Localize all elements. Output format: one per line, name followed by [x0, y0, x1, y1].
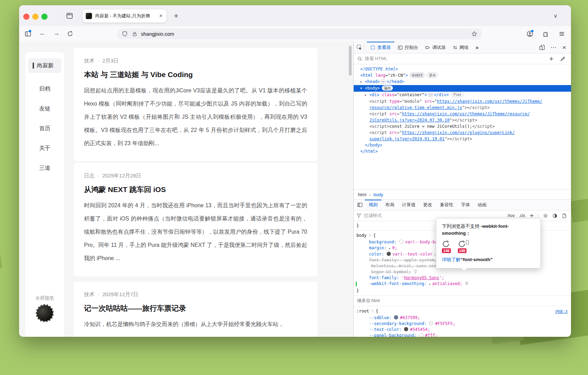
- sidebar-item-4[interactable]: 三道: [25, 165, 64, 172]
- node-badge[interactable]: event: [410, 73, 425, 78]
- resource-link[interactable]: https://shangjixin.com/usr/themes/JiThem…: [437, 99, 542, 104]
- devtools-tab-3[interactable]: 网络: [449, 42, 472, 53]
- sidebar-panel-toggle-icon[interactable]: [357, 202, 363, 208]
- learn-more-link[interactable]: 详细了解: [442, 257, 461, 262]
- breadcrumb-body[interactable]: body: [373, 192, 383, 197]
- devtools-menu-icon[interactable]: ⋯: [551, 44, 557, 51]
- color-swatch[interactable]: [419, 333, 423, 337]
- window-minimize-button[interactable]: [32, 14, 39, 20]
- markup-line[interactable]: ▶<head>⋯</head>: [354, 78, 571, 85]
- pseudo-class-button[interactable]: :hov: [507, 213, 515, 218]
- article-title[interactable]: 记一次咕咕咕——旅行车票记录: [84, 303, 307, 313]
- compat-hint-bulb-icon[interactable]: [464, 281, 469, 286]
- sidebar-tab-0[interactable]: 规则: [365, 200, 381, 210]
- markup-line[interactable]: </body>: [354, 142, 571, 148]
- dark-theme-sim-icon[interactable]: [552, 213, 557, 218]
- shield-icon[interactable]: [122, 31, 128, 37]
- account-icon[interactable]: [527, 31, 533, 37]
- sidebar-tab-3[interactable]: 更改: [419, 200, 436, 210]
- css-selector[interactable]: :root: [356, 309, 369, 314]
- window-close-button[interactable]: [23, 14, 30, 20]
- lock-icon[interactable]: [132, 31, 137, 37]
- inline-source-link[interactable]: 内联:3: [555, 309, 568, 315]
- color-swatch[interactable]: [387, 252, 391, 256]
- node-badge[interactable]: flex: [451, 92, 463, 97]
- css-declaration[interactable]: --secondary-background: #F5F5F5;: [354, 321, 571, 327]
- css-declaration[interactable]: font-family: 'HarmonyOS Sans';: [354, 275, 571, 281]
- devtools-close-icon[interactable]: ×: [562, 44, 566, 51]
- browser-tab[interactable]: 尚寂新 - 不为建站,只为折腾 ×: [82, 9, 167, 23]
- extensions-puzzle-icon[interactable]: [543, 31, 549, 37]
- markup-line[interactable]: ▶<div class="container">⋯</div>flex: [354, 92, 571, 98]
- expand-node-icon[interactable]: ▶: [365, 92, 369, 98]
- markup-line[interactable]: <script type="module" src="https://shang…: [354, 98, 571, 105]
- avatar[interactable]: [36, 304, 54, 322]
- window-zoom-button[interactable]: [41, 14, 48, 20]
- node-ellipsis-icon[interactable]: ⋯: [428, 93, 432, 97]
- node-badge[interactable]: 溢出: [382, 85, 393, 91]
- markup-line[interactable]: <script>const JiCore = new JiCoreUtils()…: [354, 123, 571, 130]
- article-card[interactable]: 技术·2月3日 本站 与 三道站姬 与 Vibe Coding 回想起站点用的主…: [74, 48, 318, 161]
- pick-element-icon[interactable]: [356, 44, 362, 50]
- class-toggle-button[interactable]: .cls: [519, 213, 525, 218]
- article-category[interactable]: 技术: [84, 58, 94, 64]
- expand-value-icon[interactable]: ▶: [429, 283, 431, 286]
- resource-link[interactable]: https://shangjixin.com/usr/plugins/super…: [402, 130, 515, 135]
- markup-line[interactable]: </html>: [354, 148, 571, 155]
- breadcrumb-html[interactable]: html: [358, 192, 367, 197]
- print-media-sim-icon[interactable]: [562, 213, 567, 218]
- article-title[interactable]: 从鸿蒙 NEXT 跳车回 iOS: [84, 185, 307, 194]
- article-category[interactable]: 日志: [84, 173, 94, 178]
- eyedropper-icon[interactable]: [560, 56, 565, 61]
- sidebar-tab-1[interactable]: 布局: [381, 200, 398, 210]
- firefox-view-icon[interactable]: [66, 12, 73, 19]
- color-swatch[interactable]: [399, 240, 403, 244]
- article-card[interactable]: 技术·2025年12月7日 记一次咕咕咕——旅行车票记录 冷知识，机芯是懒狗与鸽…: [74, 282, 318, 337]
- color-swatch[interactable]: [404, 327, 408, 331]
- page-scrollbar-thumb[interactable]: [349, 46, 352, 76]
- reload-button[interactable]: [67, 31, 73, 37]
- expand-node-icon[interactable]: ▶: [360, 79, 365, 85]
- markup-line[interactable]: <script src="https://shangjixin.com/usr/…: [354, 130, 571, 136]
- more-tabs-chevron-icon[interactable]: »: [476, 44, 479, 51]
- add-rule-icon[interactable]: [529, 213, 534, 218]
- add-node-icon[interactable]: [549, 56, 554, 61]
- color-swatch[interactable]: [429, 321, 433, 325]
- css-declaration[interactable]: --text-color: #545454;: [354, 327, 571, 333]
- expand-value-icon[interactable]: ▶: [389, 247, 391, 250]
- node-ellipsis-icon[interactable]: ⋯: [381, 80, 385, 84]
- resource-link[interactable]: JiCoreUtils.js?ver=2024.07.30.10: [369, 118, 450, 123]
- menu-hamburger-icon[interactable]: [558, 31, 565, 37]
- node-badge[interactable]: 滚动: [427, 73, 438, 78]
- rule-selector-line[interactable]: :root⠿{: [354, 308, 571, 315]
- collapse-node-icon[interactable]: ▼: [360, 85, 365, 92]
- devtools-tab-0[interactable]: 查看器: [367, 42, 394, 53]
- resource-link[interactable]: https://shangjixin.com/usr/themes/JiThem…: [402, 111, 530, 116]
- back-button[interactable]: ←: [39, 30, 46, 36]
- devtools-tab-1[interactable]: 控制台: [394, 42, 422, 53]
- sidebar-tab-4[interactable]: 兼容性: [436, 200, 457, 210]
- color-swatch[interactable]: [394, 315, 398, 319]
- search-input[interactable]: 搜索 HTML: [365, 56, 387, 62]
- font-family-link[interactable]: HarmonyOS Sans: [404, 275, 439, 280]
- markup-line[interactable]: JiCoreUtils.js?ver=2024.07.30.10"></scri…: [354, 117, 571, 123]
- markup-line[interactable]: <html lang="zh-CN">event滚动: [354, 72, 571, 78]
- resource-link[interactable]: resource/relative-time-element.min.js: [369, 105, 462, 110]
- markup-line[interactable]: <!DOCTYPE html>: [354, 66, 571, 72]
- sidebar-toggle-icon[interactable]: [25, 31, 31, 37]
- resource-link[interactable]: superlink.js?ver=2024.01.19.01: [369, 136, 445, 141]
- bookmark-star-icon[interactable]: [471, 31, 477, 37]
- sidebar-item-3[interactable]: 关于: [25, 145, 64, 152]
- sidebar-item-1[interactable]: 友链: [25, 105, 64, 112]
- devtools-tab-2[interactable]: 调试器: [422, 42, 449, 53]
- article-category[interactable]: 技术: [84, 291, 94, 297]
- new-tab-button[interactable]: +: [174, 11, 178, 20]
- list-tabs-chevron-icon[interactable]: ∨: [554, 13, 557, 19]
- responsive-design-icon[interactable]: [539, 44, 545, 50]
- sidebar-item-home[interactable]: 尚寂新: [28, 58, 61, 73]
- markup-line[interactable]: superlink.js?ver=2024.01.19.01"></script…: [354, 136, 571, 142]
- css-declaration[interactable]: --sdblue: #637599;: [354, 315, 571, 321]
- markup-line[interactable]: <script src="https://shangjixin.com/usr/…: [354, 111, 571, 117]
- sidebar-item-0[interactable]: 归档: [25, 85, 64, 93]
- sidebar-tab-5[interactable]: 字体: [457, 200, 474, 210]
